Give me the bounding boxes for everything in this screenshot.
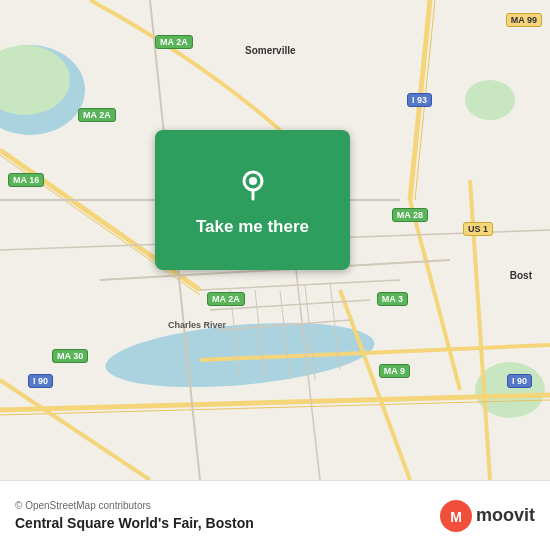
- somerville-label: Somerville: [245, 45, 296, 56]
- badge-i93: I 93: [407, 93, 432, 107]
- badge-ma2a-top: MA 2A: [155, 35, 193, 49]
- badge-ma3: MA 3: [377, 292, 408, 306]
- location-pin-icon: [231, 163, 275, 207]
- badge-i90-right: I 90: [507, 374, 532, 388]
- copyright-text: © OpenStreetMap contributors: [15, 500, 254, 511]
- svg-line-15: [0, 380, 150, 480]
- take-me-there-button[interactable]: Take me there: [196, 217, 309, 237]
- location-info: © OpenStreetMap contributors Central Squ…: [15, 500, 254, 531]
- badge-ma2a-mid: MA 2A: [78, 108, 116, 122]
- svg-line-13: [340, 290, 410, 480]
- location-card[interactable]: Take me there: [155, 130, 350, 270]
- svg-line-21: [200, 280, 400, 290]
- svg-point-31: [249, 177, 257, 185]
- badge-ma9: MA 9: [379, 364, 410, 378]
- location-title: Central Square World's Fair, Boston: [15, 515, 254, 531]
- moovit-logo: M moovit: [440, 500, 535, 532]
- bottom-bar: © OpenStreetMap contributors Central Squ…: [0, 480, 550, 550]
- badge-ma28: MA 28: [392, 208, 428, 222]
- svg-line-9: [410, 200, 460, 390]
- badge-ma16: MA 16: [8, 173, 44, 187]
- badge-ma30: MA 30: [52, 349, 88, 363]
- badge-us1: US 1: [463, 222, 493, 236]
- svg-point-4: [465, 80, 515, 120]
- map-view: Take me there Somerville Bost Charles Ri…: [0, 0, 550, 480]
- boston-label: Bost: [510, 270, 532, 281]
- svg-text:M: M: [450, 509, 462, 525]
- badge-ma99: MA 99: [506, 13, 542, 27]
- badge-i90-left: I 90: [28, 374, 53, 388]
- badge-ma2a-bot: MA 2A: [207, 292, 245, 306]
- charles-river-label: Charles River: [168, 320, 226, 330]
- moovit-text: moovit: [476, 505, 535, 526]
- moovit-icon: M: [440, 500, 472, 532]
